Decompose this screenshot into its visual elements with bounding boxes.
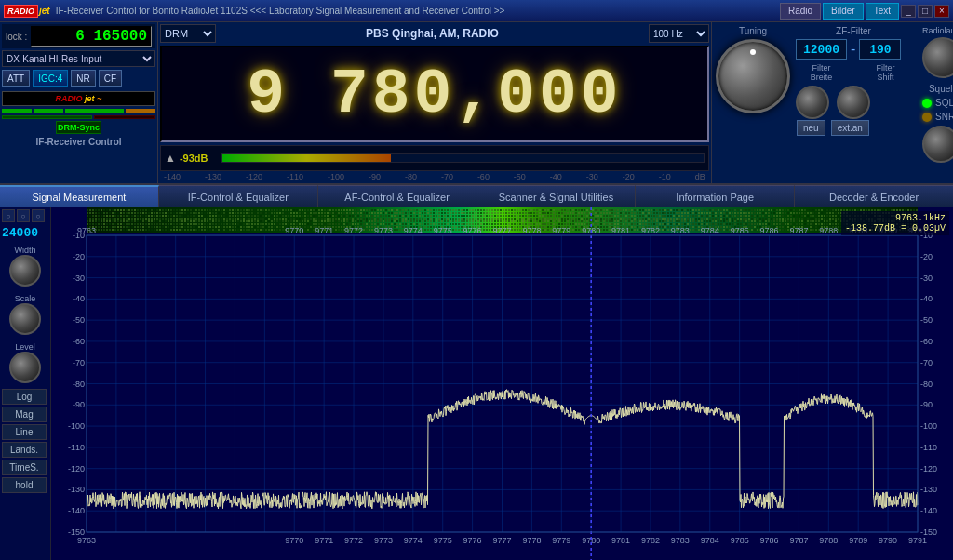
signal-bar-row	[2, 109, 155, 113]
att-button[interactable]: ATT	[2, 70, 30, 87]
scale-knob[interactable]	[9, 303, 41, 335]
app-logo: RADIO jet	[4, 5, 50, 18]
squelch-knob[interactable]	[922, 126, 953, 163]
lock-label: lock :	[6, 32, 27, 42]
igc-button[interactable]: IGC:4	[33, 70, 68, 87]
tab-scanner[interactable]: Scanner & Signal Utilities	[476, 185, 636, 207]
logo-area: RADIO jet ~ DRM-Sync IF-Receiver Control	[2, 91, 155, 147]
text-button[interactable]: Text	[866, 3, 899, 20]
tab-af-control[interactable]: AF-Control & Equalizer	[318, 185, 477, 207]
close-button[interactable]: ×	[934, 5, 949, 18]
sql-label: SQL	[935, 98, 953, 108]
tuning-label: Tuning	[739, 26, 767, 36]
filter-shift-input[interactable]	[859, 39, 901, 60]
tab-decoder[interactable]: Decoder & Encoder	[795, 185, 953, 207]
signal-strength-bar	[221, 153, 705, 163]
readout-freq: 9763.1kHz	[845, 213, 946, 223]
signal-bar-green3	[65, 109, 125, 113]
level-knob-section: Level	[2, 340, 48, 383]
neu-button[interactable]: neu	[797, 120, 825, 136]
width-label: Width	[14, 246, 35, 255]
signal-scale: -140 -130 -120 -110 -100 -90 -80 -70 -60…	[160, 172, 709, 181]
icon-3[interactable]: ○	[32, 209, 45, 222]
step-select[interactable]: 100 Hz 1 kHz	[649, 24, 709, 43]
nr-button[interactable]: NR	[71, 70, 95, 87]
lands-button[interactable]: Lands.	[2, 442, 47, 458]
snr-label: SNR	[935, 112, 953, 122]
top-controls: lock : 6 165000 DX-Kanal HI-Res-Input AT…	[0, 22, 953, 185]
radiolaut-knob[interactable]	[922, 37, 953, 78]
filter-labels: FilterBreite FilterShift	[796, 63, 911, 82]
channel-select[interactable]: DX-Kanal HI-Res-Input	[2, 50, 155, 67]
main-frequency-display: 9 780,000	[160, 46, 709, 142]
signal-meter-row: ▲ -93dB	[160, 145, 709, 171]
tab-signal-measurement[interactable]: Signal Measurement	[0, 185, 159, 207]
tab-bar: Signal Measurement IF-Control & Equalize…	[0, 185, 953, 207]
lock-frequency: 6 165000	[31, 26, 152, 47]
mode-bar: DRM AM FM PBS Qinghai, AM, RADIO 100 Hz …	[160, 24, 709, 43]
times-button[interactable]: TimeS.	[2, 460, 47, 475]
station-name: PBS Qinghai, AM, RADIO	[220, 27, 645, 40]
filter-breite-knob[interactable]	[796, 86, 829, 119]
bandwidth-display: 24000	[2, 226, 48, 240]
filter-bottom-buttons: neu ext.an	[796, 119, 911, 137]
progress-indicator	[2, 115, 155, 119]
signal-db-value: -93dB	[180, 153, 221, 164]
signal-bar-fill	[222, 154, 391, 162]
filter-knobs-row	[796, 86, 911, 119]
sidebar-icons: ○ ○ ○	[2, 209, 48, 222]
maximize-button[interactable]: □	[918, 5, 933, 18]
filter-shift-label: FilterShift	[860, 63, 911, 82]
left-control-panel: lock : 6 165000 DX-Kanal HI-Res-Input AT…	[0, 22, 158, 183]
tuning-row: Tuning ZF-Filter - FilterBreite FilterSh…	[716, 26, 949, 163]
spectrum-row: ○ ○ ○ 24000 Width Scale Level Log Mag Li…	[0, 207, 953, 560]
readout-db: -138.77dB = 0.03µV	[845, 223, 946, 233]
lock-row: lock : 6 165000	[2, 24, 155, 48]
filter-separator: -	[851, 39, 855, 60]
progress-bar	[2, 115, 92, 119]
main-content: ○ ○ ○ 24000 Width Scale Level Log Mag Li…	[0, 207, 953, 560]
control-buttons: ATT IGC:4 NR CF	[2, 70, 155, 87]
sql-row: SQL	[922, 98, 953, 108]
snr-row: SNR	[922, 112, 953, 122]
icon-1[interactable]: ○	[2, 209, 15, 222]
scale-label: Scale	[15, 294, 36, 303]
tab-information[interactable]: Information Page	[636, 185, 795, 207]
extern-button[interactable]: ext.an	[831, 120, 869, 136]
mag-button[interactable]: Mag	[2, 407, 47, 422]
cf-button[interactable]: CF	[99, 70, 122, 87]
snr-indicator	[922, 113, 932, 122]
line-button[interactable]: Line	[2, 424, 47, 440]
right-control-panel: Tuning ZF-Filter - FilterBreite FilterSh…	[711, 22, 953, 183]
center-control-panel: DRM AM FM PBS Qinghai, AM, RADIO 100 Hz …	[158, 22, 711, 183]
level-knob[interactable]	[9, 352, 41, 383]
radio-jet-logo: RADIO jet ~	[2, 91, 155, 106]
minimize-button[interactable]: _	[901, 5, 916, 18]
width-knob[interactable]	[9, 255, 41, 287]
filter-breite-label: FilterBreite	[796, 63, 847, 82]
bilder-button[interactable]: Bilder	[823, 3, 864, 20]
squelch-label: Squelch	[922, 84, 953, 94]
zf-filter-section: ZF-Filter - FilterBreite FilterShift neu…	[796, 26, 911, 163]
icon-2[interactable]: ○	[17, 209, 30, 222]
radio-button[interactable]: Radio	[780, 3, 821, 20]
signal-bar-green	[2, 109, 32, 113]
hold-button[interactable]: hold	[2, 477, 47, 493]
frequency-readout: 9763.1kHz -138.77dB = 0.03µV	[841, 211, 949, 235]
sql-indicator	[922, 99, 932, 108]
zf-filter-inputs: -	[796, 39, 911, 60]
scale-knob-section: Scale	[2, 292, 48, 335]
level-label: Level	[15, 342, 35, 352]
radiolaut-label: Radiolautst..	[922, 26, 953, 35]
zf-filter-label: ZF-Filter	[796, 26, 911, 36]
spectrum-display[interactable]: 9763.1kHz -138.77dB = 0.03µV	[51, 207, 953, 560]
tuning-section: Tuning	[716, 26, 790, 163]
tab-if-control[interactable]: IF-Control & Equalizer	[159, 185, 318, 207]
spectrum-sidebar: ○ ○ ○ 24000 Width Scale Level Log Mag Li…	[0, 207, 51, 560]
signal-bar-orange	[126, 109, 155, 113]
log-button[interactable]: Log	[2, 389, 47, 405]
filter-shift-knob[interactable]	[837, 86, 870, 119]
mode-select[interactable]: DRM AM FM	[160, 24, 216, 43]
filter-bandwidth-input[interactable]	[796, 39, 847, 60]
tuning-knob[interactable]	[716, 39, 790, 113]
